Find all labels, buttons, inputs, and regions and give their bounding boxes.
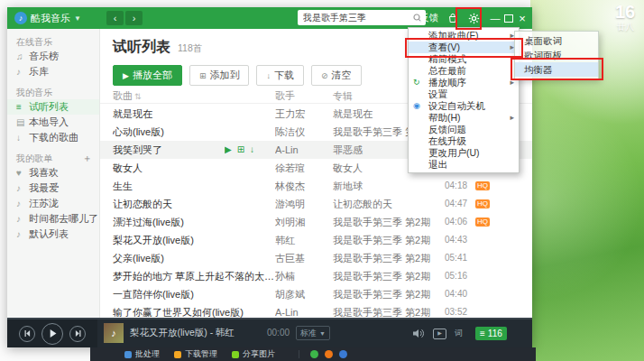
forward-button[interactable]: › xyxy=(125,11,143,25)
menu-item[interactable]: 添加歌曲(F) ▸ xyxy=(409,30,519,42)
taskbar-item[interactable]: 批处理 xyxy=(124,348,160,360)
submenu-item[interactable]: 均衡器 xyxy=(515,62,598,77)
menu-item[interactable]: ↻ 播放顺序 ▸ xyxy=(409,77,519,88)
minimize-button[interactable]: — xyxy=(489,7,501,29)
table-row[interactable]: 梨花又开放(live版) 韩红 我是歌手第三季 第2期 04:43 xyxy=(100,231,532,249)
sidebar-item-icon: ♪ xyxy=(16,211,29,227)
sidebar-item[interactable]: ♥我喜欢 xyxy=(7,165,99,180)
submenu-item[interactable]: 桌面歌词 xyxy=(515,33,598,48)
desktop-date-widget: 16 廿八 xyxy=(615,2,635,32)
menu-item[interactable]: 精简模式 xyxy=(409,53,519,65)
sidebar-item[interactable]: ♪汪苏泷 xyxy=(7,196,99,211)
table-row[interactable]: 生生 林俊杰 新地球 04:18 HQ xyxy=(100,177,532,195)
sidebar-item[interactable]: ♪我最爱 xyxy=(7,180,99,196)
sidebar-item-label: 我最爱 xyxy=(29,182,59,193)
player-bar: ♪ 梨花又开放(live版) - 韩红 00:00 标准▼ ▶ 词 ≡ 116 xyxy=(7,318,532,347)
sidebar-item[interactable]: ♫音乐榜 xyxy=(7,49,99,64)
song-artist: 韩红 xyxy=(275,231,333,249)
blue-app-icon[interactable] xyxy=(339,350,347,358)
sidebar-item-label: 我喜欢 xyxy=(29,167,59,178)
song-artist: 胡彦斌 xyxy=(275,285,333,303)
close-button[interactable]: × xyxy=(516,7,529,29)
lyrics-icon[interactable]: 词 xyxy=(455,328,463,339)
toolbar-button-icon: ▶ xyxy=(123,71,129,80)
volume-icon[interactable] xyxy=(413,326,425,342)
play-queue-button[interactable]: ≡ 116 xyxy=(475,327,507,340)
add-playlist-button[interactable]: ＋ xyxy=(82,152,92,165)
taskbar-item[interactable]: 分享图片 xyxy=(232,348,275,360)
sidebar-item[interactable]: ♪乐库 xyxy=(7,64,99,79)
song-title: 心动(live版) xyxy=(113,123,275,141)
sidebar-item-label: 试听列表 xyxy=(29,101,69,112)
menu-item[interactable]: 在线升级 xyxy=(409,135,519,147)
menu-item[interactable]: 更改用户(U) xyxy=(409,147,519,159)
account-area[interactable]: ♪ 酷我音乐 ▼ xyxy=(14,7,81,29)
song-artist: A-Lin xyxy=(275,141,333,159)
next-button[interactable] xyxy=(69,326,86,342)
table-row[interactable]: 梦开始的地方 草原上升起不落的太阳(live版) 孙楠 我是歌手第三季 第2期 … xyxy=(100,267,532,285)
add-to-button[interactable]: ⊞添加到 xyxy=(189,65,250,86)
chevron-down-icon: ▼ xyxy=(74,14,81,23)
song-album: 我是歌手第三季 第2期 xyxy=(333,285,445,303)
download-icon[interactable]: ↓ xyxy=(250,141,254,159)
column-song[interactable]: 歌曲⇅ xyxy=(113,88,275,104)
song-album: 我是歌手第三季 第2期 xyxy=(333,249,445,267)
green-app-icon[interactable] xyxy=(310,350,318,358)
song-duration: 04:47 xyxy=(445,195,475,213)
play-all-button[interactable]: ▶播放全部 xyxy=(113,65,182,86)
sidebar-item[interactable]: ♪时间都去哪儿了 xyxy=(7,211,99,227)
now-playing-label[interactable]: 梨花又开放(live版) - 韩红 xyxy=(130,318,235,347)
search-box[interactable]: 我是歌手第三季 xyxy=(298,10,426,25)
back-button[interactable]: ‹ xyxy=(106,11,124,25)
submenu-item[interactable]: 歌词面板 xyxy=(515,48,598,62)
table-row[interactable]: 父亲(live版) 古巨基 我是歌手第三季 第2期 05:41 xyxy=(100,249,532,267)
shop-icon[interactable] xyxy=(446,7,460,29)
song-album: 我是歌手第三季 第2期 xyxy=(333,231,445,249)
menu-item[interactable]: 退出 xyxy=(409,159,519,171)
table-row[interactable]: 让初恋般的天 游鸿明 让初恋般的天 04:47 HQ xyxy=(100,195,532,213)
play-button[interactable] xyxy=(41,323,63,345)
nav-buttons: ‹ › xyxy=(106,7,143,29)
mini-mode-button[interactable] xyxy=(502,7,515,29)
sidebar-item[interactable]: ♪默认列表 xyxy=(7,227,99,242)
menu-item[interactable]: ◉ 设定自动关机 xyxy=(409,100,519,112)
song-album: 我是歌手第三季 第2期 xyxy=(333,213,445,231)
song-artist: 古巨基 xyxy=(275,249,333,267)
menu-item[interactable]: 设置 xyxy=(409,88,519,100)
sidebar-item-label: 音乐榜 xyxy=(29,51,59,61)
song-count: 118首 xyxy=(178,42,202,55)
menu-item[interactable]: 帮助(H) ▸ xyxy=(409,112,519,124)
sidebar-section: 我的歌单＋ ♥我喜欢 ♪我最爱 ♪汪苏泷 ♪时间都去哪儿了 ♪默认列表 xyxy=(7,152,99,242)
quality-selector[interactable]: 标准▼ xyxy=(296,326,330,340)
album-art[interactable]: ♪ xyxy=(104,323,124,343)
sidebar-item[interactable]: ▤本地导入 xyxy=(7,115,99,130)
sidebar-item[interactable]: ↓下载的歌曲 xyxy=(7,130,99,145)
play-icon[interactable]: ▶ xyxy=(225,141,232,159)
download-button[interactable]: ↓下载 xyxy=(256,65,304,86)
menu-item[interactable]: 总在最前 xyxy=(409,65,519,77)
sidebar-item[interactable]: ≡试听列表 xyxy=(7,99,99,115)
feedback-link[interactable]: 反馈 xyxy=(419,7,438,29)
menu-item[interactable]: 查看(V) ▸ xyxy=(409,42,519,53)
table-row[interactable]: 漂洋过海(live版) 刘明湘 我是歌手第三季 第2期 04:06 HQ xyxy=(100,213,532,231)
taskbar-item[interactable]: 下载管理 xyxy=(174,348,217,360)
menu-item[interactable]: 反馈问题 xyxy=(409,124,519,135)
table-row[interactable]: 输了你赢了世界又如何(live版) A-Lin 我是歌手第三季 第2期 03:5… xyxy=(100,303,532,318)
orange-app-icon[interactable] xyxy=(325,350,333,358)
add-icon[interactable]: ⊞ xyxy=(237,141,244,159)
view-submenu: 桌面歌词歌词面板均衡器 xyxy=(514,31,599,79)
song-artist: 陈洁仪 xyxy=(275,123,333,141)
sort-icon[interactable]: ⇅ xyxy=(134,92,142,101)
settings-gear-icon[interactable] xyxy=(465,7,482,29)
song-duration: 04:06 xyxy=(445,213,475,231)
song-title: 输了你赢了世界又如何(live版) xyxy=(113,303,275,318)
song-artist: 孙楠 xyxy=(275,267,333,285)
column-artist[interactable]: 歌手 xyxy=(275,88,333,104)
table-row[interactable]: 一直陪伴你(live版) 胡彦斌 我是歌手第三季 第2期 04:40 xyxy=(100,285,532,303)
sidebar-item-icon: ♪ xyxy=(16,64,29,79)
clear-button[interactable]: ⊘清空 xyxy=(311,65,362,86)
app-name: 酷我音乐 xyxy=(31,12,70,25)
search-input[interactable]: 我是歌手第三季 xyxy=(303,12,413,24)
mv-icon[interactable]: ▶ xyxy=(433,329,446,339)
previous-button[interactable] xyxy=(19,326,35,342)
